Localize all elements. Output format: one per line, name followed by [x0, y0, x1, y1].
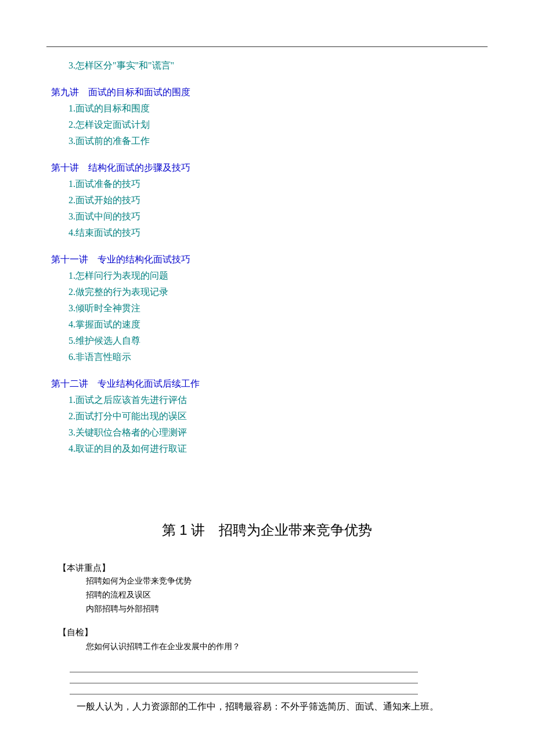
toc-item: 1.怎样问行为表现的问题 [51, 268, 488, 284]
selfcheck-label: 【自检】 [46, 627, 488, 638]
chapter-title: 第 1 讲 招聘为企业带来竞争优势 [46, 521, 488, 539]
focus-item: 招聘的流程及误区 [46, 588, 488, 602]
table-of-contents: 3.怎样区分"事实"和"谎言" 第九讲 面试的目标和面试的围度 1.面试的目标和… [46, 57, 488, 457]
toc-section-title: 第十二讲 专业结构化面试后续工作 [51, 376, 488, 392]
focus-label: 【本讲重点】 [46, 563, 488, 574]
toc-item: 4.掌握面试的速度 [51, 316, 488, 333]
toc-item: 4.取证的目的及如何进行取证 [51, 441, 488, 457]
blank-line [70, 683, 418, 694]
toc-item: 6.非语言性暗示 [51, 349, 488, 365]
toc-item: 1.面试准备的技巧 [51, 176, 488, 192]
toc-item: 2.怎样设定面试计划 [51, 117, 488, 133]
toc-item: 2.做完整的行为表现记录 [51, 284, 488, 300]
body-paragraph: 一般人认为，人力资源部的工作中，招聘最容易：不外乎筛选简历、面试、通知来上班。 [46, 699, 488, 714]
toc-item: 3.面试前的准备工作 [51, 133, 488, 149]
answer-lines [46, 661, 488, 694]
toc-item: 3.关键职位合格者的心理测评 [51, 424, 488, 441]
toc-item: 4.结束面试的技巧 [51, 225, 488, 241]
selfcheck-question: 您如何认识招聘工作在企业发展中的作用？ [46, 639, 488, 653]
header-rule [46, 46, 488, 47]
toc-item: 1.面试之后应该首先进行评估 [51, 392, 488, 408]
toc-item: 3.面试中间的技巧 [51, 208, 488, 225]
toc-section-title: 第十讲 结构化面试的步骤及技巧 [51, 160, 488, 176]
toc-item: 2.面试打分中可能出现的误区 [51, 408, 488, 424]
toc-item: 1.面试的目标和围度 [51, 100, 488, 117]
document-page: 3.怎样区分"事实"和"谎言" 第九讲 面试的目标和面试的围度 1.面试的目标和… [46, 0, 488, 714]
toc-section-title: 第九讲 面试的目标和面试的围度 [51, 84, 488, 100]
toc-item: 5.维护候选人自尊 [51, 333, 488, 349]
blank-line [70, 661, 418, 672]
blank-line [70, 672, 418, 683]
focus-item: 内部招聘与外部招聘 [46, 602, 488, 615]
toc-item: 2.面试开始的技巧 [51, 192, 488, 208]
toc-section-title: 第十一讲 专业的结构化面试技巧 [51, 251, 488, 268]
focus-item: 招聘如何为企业带来竞争优势 [46, 574, 488, 588]
toc-item: 3.倾听时全神贯注 [51, 300, 488, 316]
toc-item: 3.怎样区分"事实"和"谎言" [51, 57, 488, 74]
